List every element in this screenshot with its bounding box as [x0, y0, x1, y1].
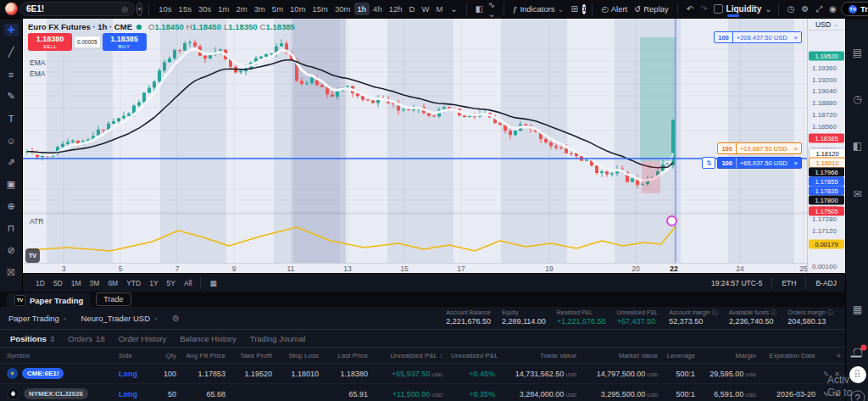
range-5D[interactable]: 5D — [49, 277, 67, 289]
col-header[interactable]: Market Value — [581, 352, 662, 359]
close-position-icon[interactable]: ✕ — [834, 370, 840, 378]
emoji-tool-icon[interactable]: ☺ — [4, 134, 19, 147]
timeframe-5m[interactable]: 5m — [269, 3, 287, 15]
col-header[interactable]: Stop Loss — [276, 352, 323, 359]
liquidity-toggle[interactable]: Liquidity ⌄ — [714, 4, 772, 14]
timeframe-2m[interactable]: 2m — [232, 3, 250, 15]
order-price-label[interactable]: 1.17835 — [809, 187, 844, 196]
stop-loss-cell[interactable]: 1.18010 — [276, 370, 323, 378]
fib-tool-icon[interactable]: ≡ — [4, 68, 19, 81]
zoom-tool-icon[interactable]: ⊕ — [4, 200, 19, 213]
col-header[interactable]: Symbol — [0, 352, 114, 359]
col-header[interactable]: Qty — [150, 352, 181, 359]
trend-line-tool-icon[interactable]: ╱ — [4, 46, 19, 58]
position-handle[interactable]: ⇅ — [702, 157, 715, 169]
table-row[interactable]: ✶CME:6E1!Long1001.178531.195201.180101.1… — [0, 364, 845, 384]
range-1M[interactable]: 1M — [67, 277, 86, 289]
calendar-icon[interactable]: ▦ — [853, 304, 862, 315]
timeframe-1m[interactable]: 1m — [214, 3, 232, 15]
account-name-select[interactable]: Neuro_Trader USD⌄ — [81, 314, 159, 323]
alerts-clock-icon[interactable]: ◷ — [853, 93, 861, 105]
edit-position-icon[interactable]: ✎ — [823, 390, 829, 398]
grid-layout-icon[interactable]: ⊞ — [569, 4, 581, 14]
range-YTD[interactable]: YTD — [122, 277, 145, 289]
last-price-label[interactable]: 1.18385 — [809, 134, 844, 143]
event-marker[interactable] — [666, 215, 677, 226]
timeframe-30s[interactable]: 30s — [195, 3, 214, 15]
ema-value-label-1[interactable]: 1.17966 — [809, 168, 844, 177]
tab-order-history[interactable]: Order History — [119, 334, 166, 343]
candles-icon[interactable]: ▮▯ — [473, 4, 484, 14]
close-position-icon[interactable]: ✕ — [834, 390, 840, 398]
atr-value-label[interactable]: 0.00179 — [809, 240, 844, 249]
redo-icon[interactable]: ↷ — [698, 4, 709, 14]
table-row[interactable]: NYMEX:CLJ2026Long5065.6865.91+11,500.00U… — [0, 384, 845, 401]
symbol-search-box[interactable]: 6E1! ◎ — [19, 2, 135, 16]
watchlist-icon[interactable]: ▤ — [853, 47, 862, 58]
atr-legend[interactable]: ATR — [30, 217, 43, 226]
range-1D[interactable]: 1D — [31, 277, 49, 289]
account-type-select[interactable]: Paper Trading⌄ — [8, 314, 68, 323]
price-scale-currency[interactable]: USD⌄ — [808, 19, 846, 31]
gear-icon[interactable]: ⚙ — [798, 4, 811, 14]
close-order-icon[interactable]: × — [791, 143, 801, 153]
ema-legend-2[interactable]: EMA — [30, 70, 45, 78]
line-style-icon[interactable]: ∿ ⌄ — [486, 0, 498, 19]
timeframe-10s[interactable]: 10s — [155, 3, 175, 15]
back-adjust-toggle[interactable]: B-ADJ — [815, 279, 837, 287]
tab-paper-trading[interactable]: TV Paper Trading — [7, 293, 91, 307]
liquidity-checkbox[interactable] — [714, 4, 723, 14]
stop-loss-order-chip[interactable]: 100+19,687.50 USD× — [717, 142, 802, 154]
timeframe-1h[interactable]: 1h — [354, 3, 370, 15]
ema-value-label-2[interactable]: 1.17800 — [809, 196, 844, 205]
replay-button[interactable]: ↺Replay — [632, 4, 671, 14]
timeframe-15m[interactable]: 15m — [309, 3, 331, 15]
timeframe-4h[interactable]: 4h — [370, 3, 386, 15]
position-chip[interactable]: 100+65,937.50 USD× — [717, 157, 802, 169]
edit-position-icon[interactable]: ✎ — [823, 370, 829, 378]
tab-orders[interactable]: Orders18 — [68, 334, 105, 343]
symbol-badge[interactable]: CME:6E1! — [22, 368, 64, 379]
tab-balance-history[interactable]: Balance History — [180, 334, 236, 343]
tab-trading-journal[interactable]: Trading Journal — [250, 334, 306, 343]
col-header[interactable]: Unrealized P&L ↓ — [372, 352, 447, 359]
data-window-icon[interactable]: ◧ — [853, 140, 862, 152]
col-header[interactable]: ≡ — [820, 352, 845, 359]
timeframe-12h[interactable]: 12h — [386, 3, 406, 15]
range-5Y[interactable]: 5Y — [163, 277, 180, 289]
timeframe-W[interactable]: W — [418, 3, 432, 15]
col-header[interactable]: Expiration Date — [760, 352, 820, 359]
col-header[interactable]: Trade Value — [499, 352, 581, 359]
timeframe-D[interactable]: D — [406, 3, 419, 15]
timeframe-M[interactable]: M — [432, 3, 446, 15]
ema-legend-1[interactable]: EMA — [30, 58, 45, 67]
chat-icon[interactable]: ✉ — [853, 188, 861, 200]
position-price-label[interactable]: 1.17855 — [809, 177, 844, 187]
fullscreen-icon[interactable]: ⤢ — [813, 4, 825, 14]
user-avatar[interactable] — [5, 3, 18, 15]
timeframe-30m[interactable]: 30m — [331, 3, 353, 15]
alert-button[interactable]: ◴Alert — [598, 4, 630, 14]
chart-area[interactable]: Euro FX Futures · 1h · CME O1.18450H1.18… — [23, 19, 807, 263]
layout-count-badge[interactable]: 1 — [582, 4, 586, 14]
take-profit-order-chip[interactable]: 100+208,437.50 USD× — [714, 31, 802, 43]
range-1Y[interactable]: 1Y — [145, 277, 162, 289]
range-3M[interactable]: 3M — [86, 277, 104, 289]
sell-order-price-label[interactable]: 1.17505 — [809, 207, 844, 216]
symbol-badge[interactable]: NYMEX:CLJ2026 — [24, 388, 88, 399]
session-eth[interactable]: ETH — [782, 279, 796, 287]
close-order-icon[interactable]: × — [791, 32, 801, 42]
clock[interactable]: 19:24:57 UTC-5 — [711, 279, 762, 287]
timeframe-3m[interactable]: 3m — [251, 3, 269, 15]
help-icon[interactable]: ? — [850, 391, 865, 401]
trade-button[interactable]: TVTrade — [841, 2, 868, 16]
hide-drawings-icon[interactable]: ⊘ — [4, 244, 19, 257]
col-header[interactable]: Side — [114, 352, 150, 359]
brush-tool-icon[interactable]: ✎ — [4, 90, 19, 103]
col-header[interactable]: Take Profit — [230, 352, 276, 359]
col-header[interactable]: Unrealized P&L % — [447, 352, 499, 359]
stopwatch-icon[interactable]: ◷ — [785, 4, 798, 14]
apps-grid-icon[interactable]: ⠿ — [849, 366, 866, 383]
account-settings-gear-icon[interactable]: ⚙ — [172, 314, 180, 323]
forecast-tool-icon[interactable]: ⇗ — [4, 156, 19, 169]
